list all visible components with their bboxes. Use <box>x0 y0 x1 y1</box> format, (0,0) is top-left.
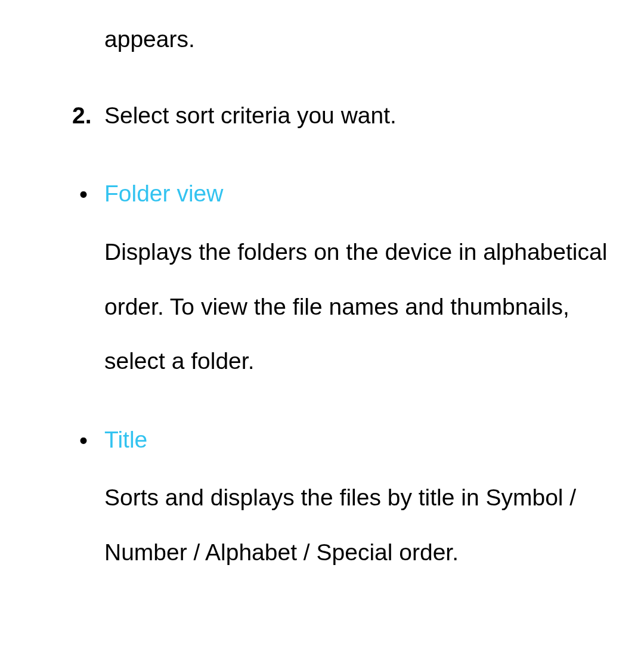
fragment-text: appears. <box>104 26 195 52</box>
sort-option-title-sort: • Title Sorts and displays the files by … <box>104 412 608 580</box>
step-2-marker: 2. <box>72 88 92 143</box>
step-2-text: Select sort criteria you want. <box>104 103 397 128</box>
sort-option-title: Folder view <box>104 166 608 221</box>
sort-option-description: Displays the folders on the device in al… <box>104 225 608 389</box>
bullet-icon: • <box>79 166 88 222</box>
sort-option-folder-view: • Folder view Displays the folders on th… <box>104 166 608 389</box>
sort-option-title: Title <box>104 412 608 467</box>
sort-option-description: Sorts and displays the files by title in… <box>104 470 608 579</box>
bullet-icon: • <box>79 412 88 468</box>
fragment-previous-paragraph: appears. <box>104 12 608 67</box>
step-2: 2. Select sort criteria you want. <box>104 88 608 143</box>
